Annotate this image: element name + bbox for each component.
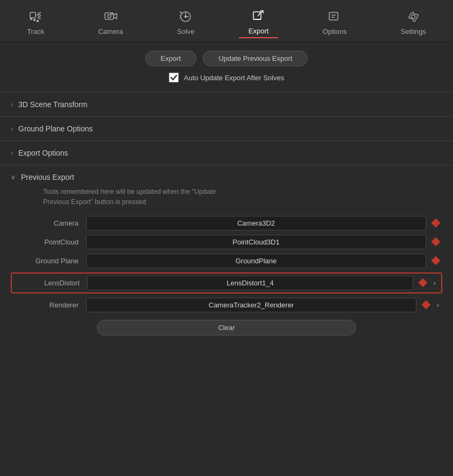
section-previous-export: ∨ Previous Export Tools remembered here … xyxy=(11,165,442,341)
svg-point-14 xyxy=(185,16,187,18)
section-ground-plane-options[interactable]: › Ground Plane Options xyxy=(11,117,442,141)
field-input-camera[interactable] xyxy=(86,216,426,230)
diamond-renderer[interactable] xyxy=(420,302,433,308)
export-buttons-row: Export Update Previous Export xyxy=(11,51,442,66)
svg-rect-22 xyxy=(329,12,338,20)
solve-icon xyxy=(177,8,194,25)
svg-rect-0 xyxy=(30,12,36,18)
nav-item-solve[interactable]: Solve xyxy=(167,5,204,38)
track-icon xyxy=(27,8,44,25)
auto-update-row: Auto Update Export After Solves xyxy=(11,73,442,82)
update-previous-export-button[interactable]: Update Previous Export xyxy=(203,51,308,66)
field-input-lens-distort[interactable] xyxy=(87,276,413,290)
field-row-lens-distort: LensDistort › xyxy=(11,272,442,293)
settings-icon xyxy=(405,8,422,25)
diamond-pointcloud[interactable] xyxy=(429,239,442,245)
main-content: Export Update Previous Export Auto Updat… xyxy=(0,42,453,352)
options-icon xyxy=(326,8,343,25)
top-nav: Track Camera Solve xyxy=(0,0,453,42)
svg-point-9 xyxy=(108,15,111,18)
field-label-lens-distort: LensDistort xyxy=(12,279,87,287)
diamond-icon-pointcloud xyxy=(431,237,441,247)
field-input-pointcloud[interactable] xyxy=(86,235,426,249)
nav-label-settings: Settings xyxy=(401,27,426,36)
nav-label-solve: Solve xyxy=(177,27,195,36)
nav-label-camera: Camera xyxy=(98,27,123,36)
svg-point-10 xyxy=(111,13,112,14)
diamond-ground-plane[interactable] xyxy=(429,257,442,264)
field-label-ground-plane-field: Ground Plane xyxy=(11,257,86,265)
diamond-camera[interactable] xyxy=(429,220,442,226)
svg-line-20 xyxy=(258,14,260,16)
chevron-lens-distort[interactable]: › xyxy=(430,279,439,287)
clear-row: Clear xyxy=(11,320,442,335)
clear-button[interactable]: Clear xyxy=(97,320,356,335)
section-label-export-options: Export Options xyxy=(18,149,68,157)
auto-update-label: Auto Update Export After Solves xyxy=(184,74,284,82)
svg-point-17 xyxy=(180,12,182,13)
diamond-icon-ground-plane xyxy=(431,256,441,265)
export-button[interactable]: Export xyxy=(145,51,197,66)
previous-export-info: Tools remembered here will be updated wh… xyxy=(43,187,226,207)
field-input-renderer[interactable] xyxy=(86,298,416,312)
field-row-ground-plane-field: Ground Plane xyxy=(11,254,442,268)
svg-point-5 xyxy=(31,18,32,20)
section-export-options[interactable]: › Export Options xyxy=(11,141,442,165)
diamond-lens-distort[interactable] xyxy=(416,279,429,286)
nav-label-export: Export xyxy=(249,27,269,35)
nav-item-track[interactable]: Track xyxy=(17,5,54,38)
field-row-pointcloud: PointCloud xyxy=(11,235,442,249)
diamond-icon-lens-distort xyxy=(419,278,428,288)
section-label-3d-scene: 3D Scene Transform xyxy=(18,100,87,109)
field-row-renderer: Renderer › xyxy=(11,298,442,312)
field-input-ground-plane[interactable] xyxy=(86,254,426,268)
svg-point-6 xyxy=(34,19,36,21)
svg-point-25 xyxy=(412,15,415,19)
nav-label-track: Track xyxy=(27,27,44,36)
arrow-previous-export: ∨ xyxy=(11,173,16,181)
chevron-renderer[interactable]: › xyxy=(434,301,442,309)
nav-item-export[interactable]: Export xyxy=(239,4,279,38)
field-label-pointcloud: PointCloud xyxy=(11,238,86,246)
diamond-icon-renderer xyxy=(422,300,431,310)
nav-item-options[interactable]: Options xyxy=(313,5,357,38)
section-label-previous-export: Previous Export xyxy=(21,173,74,181)
svg-line-2 xyxy=(38,18,41,19)
arrow-export-options: › xyxy=(11,149,13,157)
arrow-3d-scene: › xyxy=(11,101,13,108)
section-label-ground-plane: Ground Plane Options xyxy=(18,124,93,133)
svg-point-7 xyxy=(37,20,39,22)
field-label-camera: Camera xyxy=(11,219,86,227)
field-label-renderer: Renderer xyxy=(11,301,86,309)
camera-icon xyxy=(102,8,119,25)
nav-item-settings[interactable]: Settings xyxy=(391,5,436,38)
previous-export-header[interactable]: ∨ Previous Export xyxy=(11,173,442,181)
auto-update-checkbox[interactable] xyxy=(169,73,179,82)
export-icon xyxy=(250,8,267,25)
section-3d-scene-transform[interactable]: › 3D Scene Transform xyxy=(11,93,442,116)
nav-label-options: Options xyxy=(323,27,347,36)
diamond-icon-camera xyxy=(431,219,441,228)
arrow-ground-plane: › xyxy=(11,125,13,132)
svg-line-1 xyxy=(38,12,41,13)
nav-item-camera[interactable]: Camera xyxy=(88,5,132,38)
field-row-camera: Camera xyxy=(11,216,442,230)
